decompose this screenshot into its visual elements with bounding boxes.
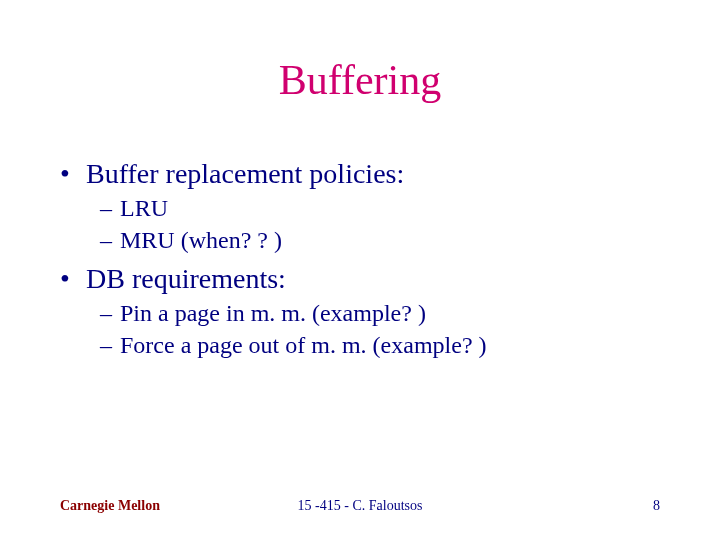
bullet-icon: • (60, 261, 86, 296)
bullet-text: Buffer replacement policies: (86, 158, 404, 189)
dash-icon: – (100, 225, 120, 255)
sub-item: –Pin a page in m. m. (example? ) (100, 298, 660, 328)
sub-text: MRU (when? ? ) (120, 227, 282, 253)
sub-text: Force a page out of m. m. (example? ) (120, 332, 487, 358)
slide-title: Buffering (0, 56, 720, 104)
dash-icon: – (100, 298, 120, 328)
sub-item: –Force a page out of m. m. (example? ) (100, 330, 660, 360)
dash-icon: – (100, 330, 120, 360)
bullet-text: DB requirements: (86, 263, 286, 294)
footer-center: 15 -415 - C. Faloutsos (0, 498, 720, 514)
bullet-icon: • (60, 156, 86, 191)
sub-text: Pin a page in m. m. (example? ) (120, 300, 426, 326)
dash-icon: – (100, 193, 120, 223)
slide: Buffering •Buffer replacement policies: … (0, 0, 720, 540)
footer-page-number: 8 (653, 498, 660, 514)
bullet-item: •DB requirements: (60, 261, 660, 296)
sub-item: –LRU (100, 193, 660, 223)
slide-body: •Buffer replacement policies: –LRU –MRU … (60, 150, 660, 362)
bullet-item: •Buffer replacement policies: (60, 156, 660, 191)
sub-item: –MRU (when? ? ) (100, 225, 660, 255)
sub-text: LRU (120, 195, 168, 221)
